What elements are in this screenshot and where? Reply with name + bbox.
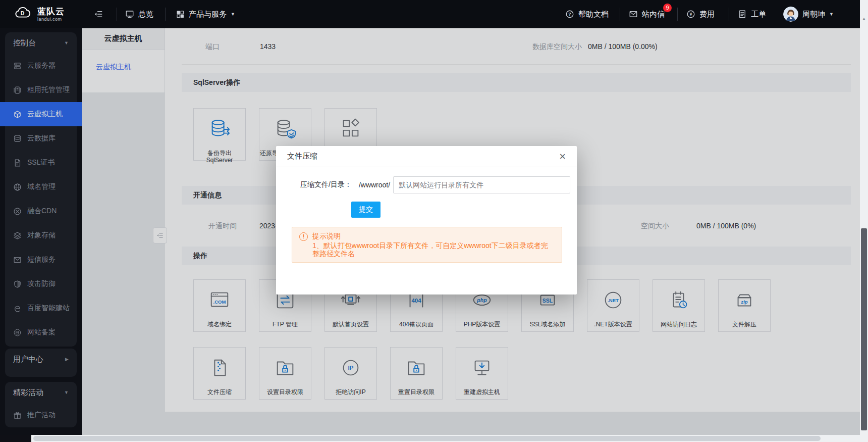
user-menu[interactable]: 周朝坤 ▼: [783, 0, 834, 28]
divider: [165, 8, 166, 21]
svg-text:D: D: [21, 11, 25, 16]
sidebar-collapse-button[interactable]: [94, 0, 103, 28]
nav-products-label: 产品与服务: [189, 10, 227, 19]
info-icon: [299, 232, 308, 241]
dialog-header: 文件压缩 ×: [276, 146, 577, 167]
nav-messages[interactable]: 站内信 9: [629, 0, 665, 28]
notice-box: 提示说明 1、默认打包wwwroot目录下所有文件，可自定义wwwroot下二级…: [292, 227, 562, 263]
notice-title: 提示说明: [312, 232, 555, 240]
vertical-scrollbar: ▲: [860, 0, 868, 442]
ticket-icon: [738, 10, 747, 19]
divider: [117, 8, 117, 21]
collapse-icon: [94, 10, 103, 19]
top-navbar: D 蓝队云 landui.com 总览 产品与服务 ▼ ? 帮助文档 站内信: [0, 0, 860, 28]
chevron-down-icon: ▼: [231, 12, 235, 17]
horizontal-scrollbar: [31, 435, 860, 442]
user-name: 周朝坤: [802, 10, 825, 19]
svg-text:¥: ¥: [689, 12, 692, 17]
divider: [729, 8, 729, 21]
close-icon[interactable]: ×: [559, 151, 566, 162]
nav-products[interactable]: 产品与服务 ▼: [176, 0, 235, 28]
chevron-down-icon: ▼: [829, 12, 834, 17]
nav-overview[interactable]: 总览: [125, 0, 153, 28]
notice-line: 1、默认打包wwwroot目录下所有文件，可自定义wwwroot下二级目录或者完…: [312, 241, 555, 258]
nav-billing-label: 费用: [699, 10, 715, 19]
nav-billing[interactable]: ¥ 费用: [686, 0, 715, 28]
divider: [620, 8, 620, 21]
nav-messages-label: 站内信: [642, 10, 665, 19]
dialog-title: 文件压缩: [287, 152, 317, 161]
path-prefix: /wwwroot/: [359, 181, 390, 189]
vertical-scroll-thumb[interactable]: [861, 228, 867, 430]
compress-path-row: 压缩文件/目录： /wwwroot/: [300, 176, 570, 193]
avatar: [783, 7, 798, 22]
svg-text:?: ?: [568, 12, 571, 17]
help-icon: ?: [565, 10, 574, 19]
nav-help-label: 帮助文档: [578, 10, 609, 19]
brand-text: 蓝队云 landui.com: [37, 7, 65, 22]
logo-cloud-icon: D: [11, 6, 32, 22]
nav-help[interactable]: ? 帮助文档: [565, 0, 609, 28]
horizontal-scroll-thumb[interactable]: [33, 436, 821, 441]
compress-path-input[interactable]: [393, 176, 570, 193]
nav-tickets[interactable]: 工单: [738, 0, 766, 28]
compress-path-label: 压缩文件/目录：: [300, 180, 352, 189]
yuan-icon: ¥: [686, 10, 695, 19]
grid-icon: [176, 10, 185, 19]
file-compress-dialog: 文件压缩 × 压缩文件/目录： /wwwroot/ 提交 提示说明 1、默认打包…: [276, 146, 577, 294]
brand[interactable]: D 蓝队云 landui.com: [11, 0, 65, 28]
mail-icon: [629, 10, 638, 19]
brand-title: 蓝队云: [37, 7, 65, 16]
unread-badge: 9: [663, 4, 672, 12]
divider: [677, 8, 678, 21]
app-window: D 蓝队云 landui.com 总览 产品与服务 ▼ ? 帮助文档 站内信: [0, 0, 868, 442]
scroll-up-icon[interactable]: ▲: [860, 16, 868, 21]
notice-text: 提示说明 1、默认打包wwwroot目录下所有文件，可自定义wwwroot下二级…: [312, 232, 555, 258]
submit-button[interactable]: 提交: [351, 202, 381, 218]
brand-domain: landui.com: [37, 17, 65, 22]
monitor-icon: [125, 10, 134, 19]
nav-overview-label: 总览: [138, 10, 153, 19]
nav-tickets-label: 工单: [751, 10, 766, 19]
